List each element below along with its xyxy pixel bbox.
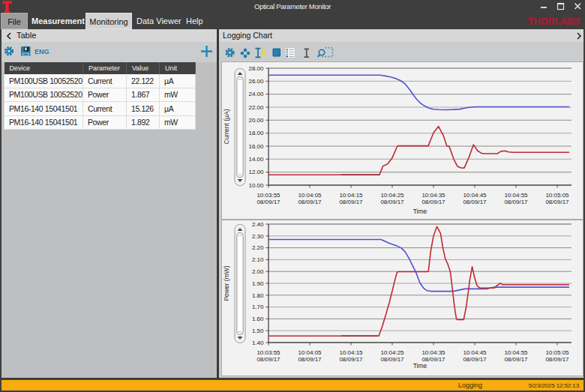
svg-text:10:03:55: 10:03:55: [256, 192, 280, 199]
svg-text:10:05:05: 10:05:05: [545, 349, 569, 356]
svg-text:1.90: 1.90: [252, 280, 264, 287]
svg-text:10:04:45: 10:04:45: [463, 349, 487, 356]
svg-text:08/09/17: 08/09/17: [256, 199, 280, 205]
svg-text:08/09/17: 08/09/17: [463, 356, 487, 363]
svg-text:16.00: 16.00: [248, 143, 264, 150]
svg-text:2.10: 2.10: [252, 256, 264, 263]
svg-text:22.00: 22.00: [248, 104, 264, 111]
svg-text:08/09/17: 08/09/17: [339, 199, 363, 205]
svg-text:24.00: 24.00: [248, 91, 264, 97]
svg-text:ENG: ENG: [34, 48, 50, 55]
svg-text:2.00: 2.00: [252, 268, 264, 275]
svg-text:12.00: 12.00: [248, 169, 264, 175]
svg-text:1.70: 1.70: [252, 304, 264, 310]
svg-text:26.00: 26.00: [248, 78, 264, 85]
svg-text:10:04:55: 10:04:55: [504, 349, 528, 356]
svg-text:Power (mW): Power (mW): [223, 265, 230, 301]
svg-text:10:04:05: 10:04:05: [298, 349, 322, 356]
svg-text:10:03:55: 10:03:55: [256, 349, 280, 356]
svg-text:08/09/17: 08/09/17: [504, 356, 528, 363]
svg-text:10:04:25: 10:04:25: [380, 192, 404, 199]
svg-text:14.00: 14.00: [248, 156, 264, 163]
svg-text:10:04:25: 10:04:25: [380, 349, 404, 356]
svg-text:1.80: 1.80: [252, 292, 264, 299]
svg-text:08/09/17: 08/09/17: [545, 356, 569, 363]
svg-text:10:04:45: 10:04:45: [463, 192, 487, 199]
svg-text:2.30: 2.30: [252, 233, 264, 240]
svg-text:28.00: 28.00: [248, 65, 264, 72]
svg-text:10:04:15: 10:04:15: [339, 192, 363, 199]
svg-text:08/09/17: 08/09/17: [380, 199, 404, 205]
svg-text:Current (µA): Current (µA): [223, 109, 230, 144]
svg-text:08/09/17: 08/09/17: [298, 199, 322, 205]
svg-text:08/09/17: 08/09/17: [463, 199, 487, 205]
svg-text:10:04:35: 10:04:35: [422, 349, 446, 356]
svg-text:08/09/17: 08/09/17: [256, 356, 280, 363]
svg-text:2.40: 2.40: [252, 221, 264, 228]
svg-text:18.00: 18.00: [248, 130, 264, 136]
svg-text:10.00: 10.00: [248, 182, 264, 189]
svg-text:08/09/17: 08/09/17: [339, 356, 363, 363]
svg-text:1.60: 1.60: [252, 316, 264, 322]
svg-text:08/09/17: 08/09/17: [380, 356, 404, 363]
svg-text:Time: Time: [413, 362, 428, 370]
svg-text:08/09/17: 08/09/17: [422, 199, 446, 205]
svg-text:2.20: 2.20: [252, 244, 264, 251]
svg-text:1.50: 1.50: [252, 328, 264, 334]
svg-text:08/09/17: 08/09/17: [298, 356, 322, 363]
svg-text:10:04:05: 10:04:05: [298, 192, 322, 199]
svg-text:10:04:35: 10:04:35: [422, 192, 446, 199]
svg-text:10:05:05: 10:05:05: [545, 192, 569, 199]
svg-text:20.00: 20.00: [248, 117, 264, 124]
svg-text:10:04:55: 10:04:55: [504, 192, 528, 199]
svg-text:08/09/17: 08/09/17: [504, 199, 528, 205]
svg-text:10:04:15: 10:04:15: [339, 349, 363, 356]
svg-text:08/09/17: 08/09/17: [545, 199, 569, 205]
svg-text:1.40: 1.40: [252, 340, 264, 346]
svg-text:Time: Time: [413, 208, 428, 215]
